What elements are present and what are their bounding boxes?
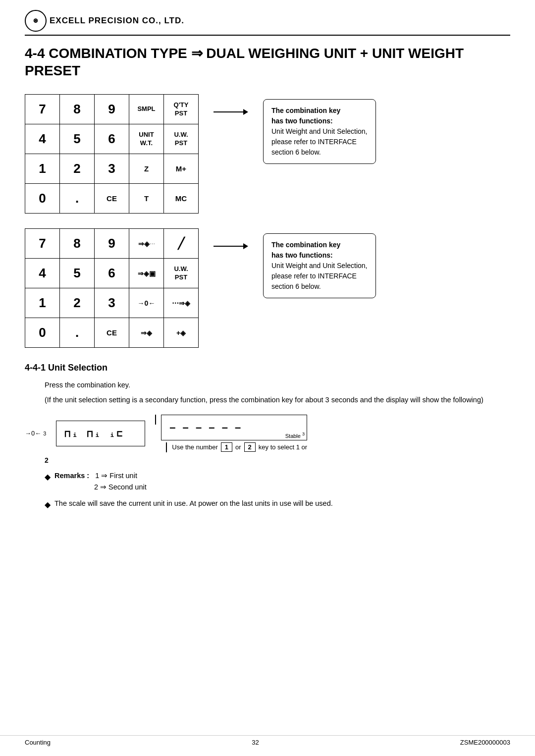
remark2: 2 ⇒ Second unit: [94, 483, 147, 491]
key-qty-pst[interactable]: Q'TYPST: [164, 95, 199, 124]
zero-ref-sup: 3: [43, 431, 46, 436]
key2-dot[interactable]: .: [60, 318, 95, 348]
callout2-line1: The combination key: [271, 241, 340, 249]
or-text: or: [235, 443, 241, 451]
key2-arrow-diamond[interactable]: ⇒◈: [129, 318, 164, 348]
key2-5[interactable]: 5: [60, 259, 95, 288]
key-t[interactable]: T: [129, 184, 164, 214]
keypad-section-2: 7 8 9 ⇒◈⋯ ╱ 4 5 6 ⇒◈▣ U.W.PST 1 2 3 →0← …: [25, 228, 510, 348]
keypad-2: 7 8 9 ⇒◈⋯ ╱ 4 5 6 ⇒◈▣ U.W.PST 1 2 3 →0← …: [25, 228, 199, 348]
keypad-1: 7 8 9 SMPL Q'TYPST 4 5 6 UNITW.T. U.W.PS…: [25, 94, 199, 214]
key2-1[interactable]: 1: [25, 288, 60, 318]
bullet-item-2: ◆ The scale will save the current unit i…: [45, 498, 510, 511]
key-0[interactable]: 0: [25, 184, 60, 214]
key-1[interactable]: 1: [25, 154, 60, 184]
use-number-text: Use the number: [172, 443, 218, 451]
callout-line5: section 6 below.: [271, 148, 321, 156]
key-smpl[interactable]: SMPL: [129, 95, 164, 124]
key-8[interactable]: 8: [60, 95, 95, 124]
key-6[interactable]: 6: [95, 124, 129, 154]
callout2-line5: section 6 below.: [271, 282, 321, 290]
key2-8[interactable]: 8: [60, 229, 95, 259]
key2-4[interactable]: 4: [25, 259, 60, 288]
section-441: 4-4-1 Unit Selection Press the combinati…: [25, 363, 510, 511]
stable-label: Stable 3: [285, 432, 305, 439]
key2-ce[interactable]: CE: [95, 318, 129, 348]
remarks-title: Remarks :: [54, 472, 89, 480]
callout-line2: has two functions:: [271, 117, 333, 125]
key-7[interactable]: 7: [25, 95, 60, 124]
bullet-2-text: The scale will save the current unit in …: [54, 498, 333, 509]
page-title: 4-4 COMBINATION TYPE ⇒ DUAL WEIGHING UNI…: [25, 45, 510, 79]
key2-arrow-box[interactable]: ⇒◈▣: [129, 259, 164, 288]
bullet-list: ◆ Remarks : 1 ⇒ First unit 2 ⇒ Second un…: [45, 470, 510, 511]
key-4[interactable]: 4: [25, 124, 60, 154]
callout-line4: please refer to INTERFACE: [271, 138, 357, 146]
key-z[interactable]: Z: [129, 154, 164, 184]
key2-9[interactable]: 9: [95, 229, 129, 259]
key2-2[interactable]: 2: [60, 288, 95, 318]
bullet-1-content: Remarks : 1 ⇒ First unit 2 ⇒ Second unit: [54, 470, 147, 493]
bullet-item-1: ◆ Remarks : 1 ⇒ First unit 2 ⇒ Second un…: [45, 470, 510, 493]
logo-symbol: ⊛: [33, 17, 39, 25]
key2-uw-pst[interactable]: U.W.PST: [164, 259, 199, 288]
key2-zero[interactable]: →0←: [129, 288, 164, 318]
callout-line3: Unit Weight and Unit Selection,: [271, 127, 368, 135]
footer-center: 32: [252, 739, 259, 746]
display-connector-group: – – – – – – Stable 3 Use the number 1 or…: [155, 415, 307, 452]
display-box-right: – – – – – – Stable 3: [161, 415, 307, 440]
key2-plus-diamond[interactable]: +◈: [164, 318, 199, 348]
key2-0[interactable]: 0: [25, 318, 60, 348]
key-5[interactable]: 5: [60, 124, 95, 154]
display-row: →0← 3 ⊓ᵢ ⊓ᵢ ᵢ⊏ – – – – – – Stable 3: [25, 415, 510, 452]
key-9[interactable]: 9: [95, 95, 129, 124]
key-mc[interactable]: MC: [164, 184, 199, 214]
key-mplus[interactable]: M+: [164, 154, 199, 184]
page-header: ⊛ EXCELL PRECISION CO., LTD.: [25, 10, 510, 36]
company-logo: ⊛: [25, 10, 47, 32]
key2-slash[interactable]: ╱: [164, 229, 199, 259]
zero-ref-label: →0←: [25, 430, 41, 437]
callout-box-2: The combination key has two functions: U…: [263, 233, 376, 298]
callout-box-1: The combination key has two functions: U…: [263, 99, 376, 164]
arrow-connector-2: [214, 243, 248, 249]
footer-right: ZSME200000003: [460, 739, 510, 746]
key2-3[interactable]: 3: [95, 288, 129, 318]
key-uw-pst[interactable]: U.W.PST: [164, 124, 199, 154]
footer-left: Counting: [25, 739, 51, 746]
keypad-section-1: 7 8 9 SMPL Q'TYPST 4 5 6 UNITW.T. U.W.PS…: [25, 94, 510, 214]
arrow-connector-1: [214, 109, 248, 115]
stable-sup: 3: [302, 432, 305, 436]
bullet-diamond-2: ◆: [45, 498, 51, 511]
bullet-diamond-1: ◆: [45, 471, 51, 484]
key2-arrow-target[interactable]: ⇒◈⋯: [129, 229, 164, 259]
key-suffix: key to select 1 or: [259, 443, 307, 451]
key-2[interactable]: 2: [60, 154, 95, 184]
key-2-box[interactable]: 2: [244, 442, 256, 452]
callout2-line2: has two functions:: [271, 251, 333, 259]
company-name: EXCELL PRECISION CO., LTD.: [50, 16, 184, 26]
remark1: 1 ⇒ First unit: [95, 472, 137, 480]
para2: (If the unit selection setting is a seco…: [45, 395, 510, 406]
callout-line1: The combination key: [271, 107, 340, 114]
zero-ref: →0← 3: [25, 430, 46, 437]
para1: Press the combination key.: [45, 380, 510, 391]
key2-7[interactable]: 7: [25, 229, 60, 259]
display-box-left: ⊓ᵢ ⊓ᵢ ᵢ⊏: [56, 421, 145, 446]
display-dashes: – – – – – –: [169, 421, 243, 434]
key-unit-wt[interactable]: UNITW.T.: [129, 124, 164, 154]
callout2-line3: Unit Weight and Unit Selection,: [271, 262, 368, 270]
section-441-title: 4-4-1 Unit Selection: [25, 363, 510, 373]
key-3[interactable]: 3: [95, 154, 129, 184]
key-ce[interactable]: CE: [95, 184, 129, 214]
display-content-left: ⊓ᵢ ⊓ᵢ ᵢ⊏: [64, 428, 124, 439]
key-dot[interactable]: .: [60, 184, 95, 214]
bold-2: 2: [45, 456, 510, 464]
key2-6[interactable]: 6: [95, 259, 129, 288]
page-footer: Counting 32 ZSME200000003: [0, 735, 535, 746]
callout2-line4: please refer to INTERFACE: [271, 272, 357, 280]
use-number-row: Use the number 1 or 2 key to select 1 or: [166, 442, 307, 452]
key-1-box[interactable]: 1: [221, 442, 232, 452]
key2-dots-arrow[interactable]: ⋯⇒◈: [164, 288, 199, 318]
